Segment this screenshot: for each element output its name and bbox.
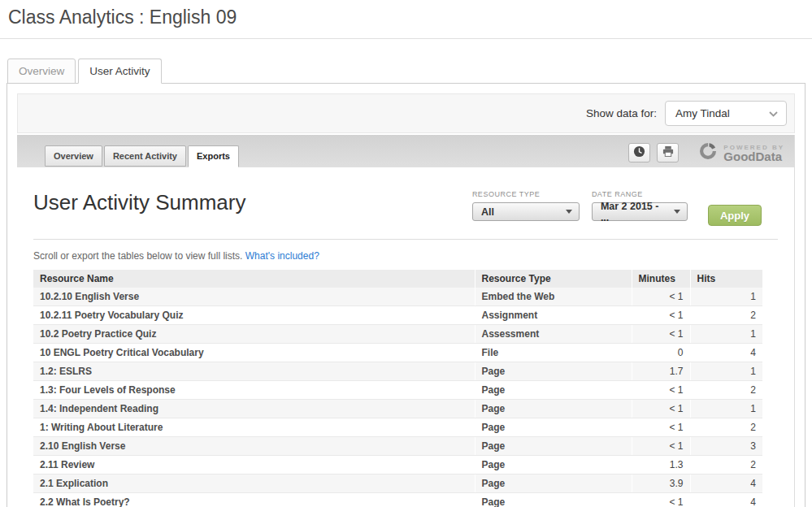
resource-type-cell: Page [475, 418, 632, 437]
table-row: 1.4: Independent ReadingPage< 11 [33, 400, 762, 418]
gooddata-brand-label: GoodData [723, 151, 784, 162]
show-data-for-select[interactable]: Amy Tindal [665, 101, 787, 126]
table-row: 2.11 ReviewPage1.32 [33, 456, 762, 474]
minutes-cell: < 1 [632, 437, 690, 456]
resource-table: Resource Name Resource Type Minutes Hits… [33, 270, 762, 507]
resource-name-cell: 1.2: ESLRS [33, 362, 475, 381]
col-hits: Hits [690, 270, 762, 288]
resource-type-cell: Embed the Web [475, 288, 632, 306]
table-row: 10.2.10 English VerseEmbed the Web< 11 [33, 288, 762, 306]
hits-cell: 1 [690, 325, 762, 344]
apply-button[interactable]: Apply [708, 205, 762, 226]
hits-cell: 2 [690, 306, 762, 325]
resource-type-select[interactable]: All [472, 202, 580, 221]
minutes-cell: < 1 [632, 418, 690, 437]
schedule-button[interactable] [628, 143, 650, 162]
minutes-cell: 3.9 [632, 474, 690, 493]
clock-icon [633, 145, 645, 161]
resource-name-cell: 10.2.11 Poetry Vocabulary Quiz [33, 306, 475, 325]
exports-content: User Activity Summary RESOURCE TYPE All … [17, 167, 794, 507]
minutes-cell: 1.7 [632, 362, 690, 381]
resource-name-cell: 1.4: Independent Reading [33, 400, 475, 418]
resource-type-cell: Page [475, 493, 632, 507]
whats-included-link[interactable]: What's included? [245, 250, 319, 262]
gooddata-logo-text: POWERED BY GoodData [723, 144, 784, 162]
table-row: 2.2 What Is Poetry?Page< 14 [33, 493, 762, 507]
resource-type-cell: Page [475, 456, 632, 474]
summary-divider [33, 239, 778, 240]
hits-cell: 1 [690, 362, 762, 381]
hits-cell: 3 [690, 437, 762, 456]
resource-type-cell: Page [475, 381, 632, 400]
minutes-cell: < 1 [632, 400, 690, 418]
minutes-cell: < 1 [632, 493, 690, 507]
widget-toolbar: POWERED BY GoodData [622, 141, 784, 164]
resource-name-cell: 2.10 English Verse [33, 437, 475, 456]
summary-title: User Activity Summary [33, 190, 246, 215]
widget-tabbar: Overview Recent Activity Exports [17, 135, 794, 167]
minutes-cell: 1.3 [632, 456, 690, 474]
resource-name-cell: 2.1 Explication [33, 474, 475, 493]
hits-cell: 2 [690, 456, 762, 474]
gooddata-logo-icon [698, 141, 718, 164]
tab-user-activity[interactable]: User Activity [78, 58, 161, 84]
widget-tab-exports[interactable]: Exports [188, 145, 239, 167]
minutes-cell: < 1 [632, 288, 690, 306]
resource-name-cell: 10 ENGL Poetry Critical Vocabulary [33, 344, 475, 362]
table-row: 10.2.11 Poetry Vocabulary QuizAssignment… [33, 306, 762, 325]
minutes-cell: < 1 [632, 325, 690, 344]
hits-cell: 2 [690, 418, 762, 437]
resource-type-cell: Page [475, 437, 632, 456]
show-data-bar: Show data for: Amy Tindal [17, 93, 795, 133]
page-title: Class Analytics : English 09 [0, 0, 812, 38]
filters: RESOURCE TYPE All DATE RANGE Mar 2 2015 … [472, 190, 762, 226]
show-data-label: Show data for: [586, 107, 657, 119]
tab-overview[interactable]: Overview [7, 58, 76, 84]
table-header-row: Resource Name Resource Type Minutes Hits [33, 270, 762, 288]
table-row: 2.10 English VersePage< 13 [33, 437, 762, 456]
col-resource-name: Resource Name [33, 270, 475, 288]
hits-cell: 4 [690, 493, 762, 507]
date-range-select[interactable]: Mar 2 2015 - ... [592, 202, 688, 221]
table-row: 1.3: Four Levels of ResponsePage< 12 [33, 381, 762, 400]
title-divider [0, 38, 812, 39]
resource-type-filter: RESOURCE TYPE All [472, 190, 580, 221]
table-row: 1: Writing About LiteraturePage< 12 [33, 418, 762, 437]
hits-cell: 2 [690, 381, 762, 400]
summary-header-row: User Activity Summary RESOURCE TYPE All … [33, 190, 778, 226]
resource-name-cell: 10.2 Poetry Practice Quiz [33, 325, 475, 344]
hits-cell: 1 [690, 400, 762, 418]
gooddata-widget: Overview Recent Activity Exports [17, 135, 795, 507]
resource-name-cell: 2.2 What Is Poetry? [33, 493, 475, 507]
table-row: 10 ENGL Poetry Critical VocabularyFile04 [33, 344, 762, 362]
widget-tabs: Overview Recent Activity Exports [45, 145, 241, 167]
main-tabs: Overview User Activity [7, 58, 812, 84]
hits-cell: 4 [690, 474, 762, 493]
content-panel: Show data for: Amy Tindal Overview Recen… [7, 83, 805, 507]
date-range-value: Mar 2 2015 - ... [601, 201, 667, 223]
resource-type-cell: Page [475, 474, 632, 493]
hits-cell: 4 [690, 344, 762, 362]
col-resource-type: Resource Type [475, 270, 632, 288]
table-row: 2.1 ExplicationPage3.94 [33, 474, 762, 493]
printer-icon [662, 145, 675, 161]
table-row: 10.2 Poetry Practice QuizAssessment< 11 [33, 325, 762, 344]
minutes-cell: < 1 [632, 306, 690, 325]
minutes-cell: < 1 [632, 381, 690, 400]
date-range-filter: DATE RANGE Mar 2 2015 - ... [592, 190, 688, 221]
print-button[interactable] [657, 143, 679, 162]
resource-type-value: All [481, 206, 494, 218]
resource-type-cell: Assignment [475, 306, 632, 325]
widget-tab-overview[interactable]: Overview [45, 145, 102, 167]
resource-name-cell: 1.3: Four Levels of Response [33, 381, 475, 400]
widget-tab-recent-activity[interactable]: Recent Activity [104, 145, 186, 167]
resource-type-cell: File [475, 344, 632, 362]
gooddata-logo: POWERED BY GoodData [698, 141, 784, 164]
scroll-note: Scroll or export the tables below to vie… [33, 250, 778, 262]
col-minutes: Minutes [632, 270, 690, 288]
resource-type-cell: Page [475, 400, 632, 418]
resource-type-cell: Page [475, 362, 632, 381]
dropdown-arrow-icon [674, 210, 680, 214]
date-range-label: DATE RANGE [592, 190, 688, 198]
resource-name-cell: 2.11 Review [33, 456, 475, 474]
